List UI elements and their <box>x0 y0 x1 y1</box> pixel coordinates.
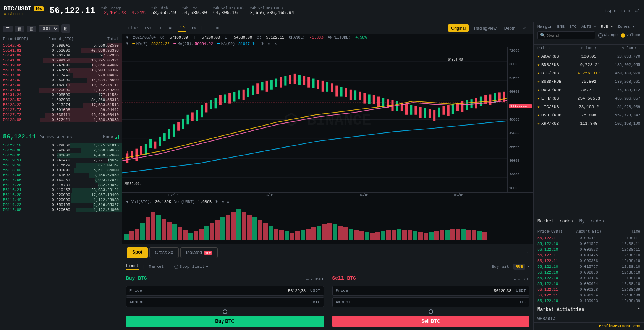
ma-collapse-icon[interactable]: ▼ <box>126 42 128 46</box>
pair-row[interactable]: ★ XRP/RUB 111.840 102,198,198 <box>534 119 644 128</box>
chart-collapse-icon[interactable]: ▼ <box>126 35 128 40</box>
pair-row[interactable]: ★ BTC/RUB 4,256,317 460,180,970 <box>534 69 644 77</box>
vol-settings-icon[interactable]: ⊙ <box>222 200 224 204</box>
ob-sell-row[interactable]: 56137.00 0.182811 10,262.46111 <box>0 83 122 88</box>
ob-sell-row[interactable]: 56125.88 0.022421 1,258.39836 <box>0 118 122 122</box>
buy-with-arrow[interactable]: › <box>527 264 529 269</box>
buy-with-currency[interactable]: RUB <box>513 264 526 270</box>
ob-type-btn-1[interactable]: ☰ <box>3 26 13 32</box>
chart-indicator-icon[interactable]: ⊞ <box>215 25 220 31</box>
ob-buy-row[interactable]: 56122.10 0.029862 1,675.91815 <box>0 143 122 148</box>
ob-sell-row[interactable]: 56136.60 0.020000 1,122.73200 <box>0 88 122 93</box>
sell-slider-dot[interactable] <box>429 309 433 314</box>
ob-buy-row[interactable]: 56114.22 0.050195 2,816.65327 <box>0 203 122 208</box>
chart-1w-btn[interactable]: 1W <box>189 25 197 31</box>
ob-sell-row[interactable]: 56128.23 0.313274 17,583.51513 <box>0 103 122 108</box>
ma-eye-icon[interactable]: 👁 <box>261 42 264 46</box>
vol-collapse-icon[interactable]: ▼ <box>126 200 128 204</box>
ob-buy-row[interactable]: 56119.51 0.040470 2,271.15657 <box>0 158 122 163</box>
limit-tab[interactable]: Limit <box>126 264 139 270</box>
stop-limit-tab[interactable]: ⓘ Stop-limit ▾ <box>174 264 209 270</box>
my-trades-tab[interactable]: My Trades <box>579 219 604 225</box>
ob-sell-row[interactable]: 56127.73 0.001068 59.94442 <box>0 108 122 113</box>
radio-volume[interactable]: Volume <box>621 33 640 38</box>
chart-tradingview-btn[interactable]: TradingView <box>470 24 500 32</box>
pair-row[interactable]: ★ DOGE/RUB 36.741 176,183,112 <box>534 86 644 94</box>
buy-amount-input[interactable] <box>149 298 310 307</box>
buy-slider-dot[interactable] <box>223 309 227 314</box>
ob-buy-row[interactable]: 56117.26 0.015731 882.78062 <box>0 183 122 188</box>
buy-btn[interactable]: Buy BTC <box>126 316 324 327</box>
sell-btn[interactable]: Sell BTC <box>332 316 530 327</box>
nav-bnb[interactable]: BNB <box>557 24 565 29</box>
order-more-icon[interactable]: ⋮ <box>525 250 529 255</box>
market-tab[interactable]: Market <box>149 264 164 269</box>
ob-sell-row[interactable]: 56139.66 0.247000 13,866.49602 <box>0 63 122 68</box>
ob-buy-row[interactable]: 56119.50 0.015629 877.09167 <box>0 163 122 168</box>
ob-buy-row[interactable]: 56116.20 0.320000 17,957.18400 <box>0 193 122 198</box>
pair-row[interactable]: ★ BUSD/RUB 75.802 130,268,561 <box>534 77 644 86</box>
pair-name[interactable]: BTC/USDT 10x <box>4 6 44 12</box>
nav-margin[interactable]: Margin <box>537 24 553 29</box>
radio-change[interactable]: Change <box>598 33 618 38</box>
chart-1d-btn[interactable]: 1D <box>178 25 186 32</box>
ob-buy-row[interactable]: 56116.21 0.410457 23,033.29121 <box>0 188 122 193</box>
nav-zones[interactable]: Zones ▾ <box>618 24 635 29</box>
ma-settings-icon[interactable]: ⊙ <box>268 42 270 46</box>
vol-close-icon[interactable]: ✕ <box>227 200 229 204</box>
tab-spot[interactable]: Spot <box>127 247 148 258</box>
pair-row[interactable]: ★ ADA/RUB 100.01 23,033,770 <box>534 52 644 61</box>
chart-canvas-area[interactable]: ⬡ BINANCE <box>122 47 533 192</box>
ob-sell-row[interactable]: 56128.53 1.502989 84,360.56318 <box>0 98 122 103</box>
ob-buy-row[interactable]: 56112.00 0.020000 1,122.24000 <box>0 208 122 212</box>
ob-sell-row[interactable]: 56137.98 0.017440 979.04637 <box>0 73 122 78</box>
ob-buy-row[interactable]: 56120.96 0.042068 2,360.89655 <box>0 148 122 153</box>
ob-type-btn-2[interactable]: ▤ <box>15 26 24 32</box>
chart-settings-icon[interactable]: ≡ <box>206 25 212 31</box>
ob-sell-row[interactable]: 56142.42 0.099045 5,560.62599 <box>0 43 122 48</box>
ma-close-icon[interactable]: ✕ <box>274 42 277 46</box>
ob-settings-btn[interactable]: ⊞ <box>61 24 70 33</box>
ob-more-btn[interactable]: More <box>103 135 119 139</box>
ob-sell-row[interactable]: 56141.08 0.299158 16,795.05321 <box>0 58 122 63</box>
sell-price-input[interactable] <box>356 286 513 295</box>
buy-price-input[interactable] <box>149 286 307 295</box>
ob-sell-row[interactable]: 56141.81 0.853000 47,888.96393 <box>0 48 122 53</box>
nav-btc[interactable]: BTC <box>569 24 577 29</box>
pair-row[interactable]: ★ USDT/RUB 75.808 557,723,342 <box>534 111 644 119</box>
price-sort-icon[interactable]: ↕ <box>595 47 597 50</box>
chart-depth-btn[interactable]: Depth <box>501 24 518 32</box>
sell-amount-input[interactable] <box>356 298 516 307</box>
vol-eye-icon[interactable]: 👁 <box>215 200 218 204</box>
chart-fullscreen-btn[interactable]: ⤢ <box>520 24 529 32</box>
ob-buy-row[interactable]: 56120.95 0.080000 4,489.67600 <box>0 153 122 158</box>
nav-rub[interactable]: RUB ▾ <box>601 24 613 29</box>
ob-precision-select[interactable]: 0.01 0.1 1 <box>39 25 59 32</box>
ob-sell-row[interactable]: 56131.24 0.008500 477.11554 <box>0 93 122 98</box>
ob-buy-row[interactable]: 56118.60 0.100000 5,611.86000 <box>0 168 122 173</box>
chart-1h-btn[interactable]: 1H <box>156 25 164 31</box>
pair-row[interactable]: ★ BNB/RUB 49,728.21 185,202,955 <box>534 61 644 69</box>
nav-alts[interactable]: ALTS ▾ <box>581 24 596 29</box>
ob-buy-row[interactable]: 56117.65 0.160261 8,993.47071 <box>0 178 122 183</box>
vol-sort-icon[interactable]: ↕ <box>638 47 640 50</box>
pair-sort-icon[interactable]: ↕ <box>549 47 551 50</box>
ob-sell-row[interactable]: 56127.72 0.836111 46,929.00410 <box>0 113 122 118</box>
market-activities-expand[interactable]: ⌃ <box>638 307 640 312</box>
market-trades-tab[interactable]: Market Trades <box>537 219 573 225</box>
pair-row[interactable]: ★ LTC/RUB 23,465.2 51,628,939 <box>534 103 644 111</box>
ob-sell-row[interactable]: 56141.09 0.001739 97.62936 <box>0 53 122 58</box>
search-input[interactable] <box>547 33 592 38</box>
ob-sell-row[interactable]: 56137.99 0.247663 13,903.30302 <box>0 68 122 73</box>
chart-4h-btn[interactable]: 4H <box>167 25 175 31</box>
pair-row[interactable]: ★ ETH/RUB 254,505.3 485,906,857 <box>534 94 644 103</box>
ob-buy-row[interactable]: 56117.66 0.061597 3,456.67950 <box>0 173 122 178</box>
ob-sell-row[interactable]: 56137.02 0.250000 14,034.25500 <box>0 78 122 83</box>
chart-15m-btn[interactable]: 15m <box>142 25 153 31</box>
ob-type-btn-3[interactable]: ▥ <box>27 26 36 32</box>
ob-buy-row[interactable]: 56114.49 0.020000 1,122.28980 <box>0 198 122 203</box>
tab-cross[interactable]: Cross 3x <box>149 247 179 258</box>
chart-original-btn[interactable]: Original <box>448 24 469 32</box>
spot-tutorial-btn[interactable]: ℹ Spot Tutorial <box>604 8 640 13</box>
tab-isolated[interactable]: Isolated 10x <box>180 247 218 258</box>
